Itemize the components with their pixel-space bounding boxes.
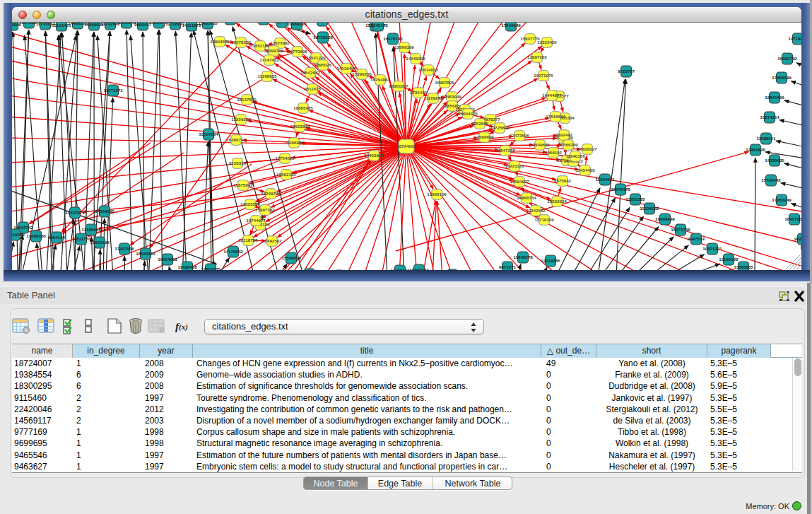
svg-text:18457056: 18457056 — [784, 216, 801, 221]
svg-text:18361627: 18361627 — [389, 83, 408, 88]
svg-text:11492592: 11492592 — [262, 238, 282, 243]
svg-text:12259292: 12259292 — [231, 117, 251, 122]
svg-text:15006906: 15006906 — [284, 140, 304, 145]
svg-text:16923656: 16923656 — [390, 268, 410, 270]
svg-text:(x): (x) — [179, 322, 188, 332]
svg-text:18073706: 18073706 — [671, 227, 690, 232]
svg-text:18680813: 18680813 — [136, 251, 155, 256]
svg-text:12866399: 12866399 — [394, 45, 414, 49]
svg-text:16316549: 16316549 — [12, 232, 25, 237]
svg-text:9447514: 9447514 — [688, 236, 705, 241]
svg-text:10566299: 10566299 — [558, 142, 578, 147]
svg-text:10597564: 10597564 — [199, 132, 218, 136]
svg-text:15454420: 15454420 — [575, 168, 595, 173]
svg-text:10214214: 10214214 — [760, 115, 779, 119]
svg-text:10980914: 10980914 — [287, 23, 307, 26]
svg-text:16444877: 16444877 — [542, 93, 562, 98]
svg-text:17818684: 17818684 — [546, 114, 565, 119]
svg-text:11652185: 11652185 — [250, 43, 270, 48]
svg-text:11716349: 11716349 — [534, 217, 554, 222]
svg-text:9895028: 9895028 — [314, 62, 332, 67]
svg-text:14847313: 14847313 — [495, 148, 515, 153]
svg-text:12099699: 12099699 — [474, 134, 494, 139]
svg-text:17307006: 17307006 — [114, 246, 134, 251]
svg-text:10885485: 10885485 — [293, 105, 313, 110]
svg-text:16764063: 16764063 — [370, 77, 390, 82]
svg-text:11204671: 11204671 — [595, 177, 615, 182]
svg-text:15773606: 15773606 — [288, 49, 307, 54]
svg-text:18744977: 18744977 — [246, 218, 266, 223]
svg-text:14176042: 14176042 — [223, 249, 243, 254]
svg-text:9223757: 9223757 — [618, 69, 635, 74]
svg-text:15933199: 15933199 — [90, 240, 110, 245]
svg-text:13633099: 13633099 — [290, 124, 310, 129]
svg-text:12578478: 12578478 — [611, 187, 630, 192]
svg-text:9128328: 9128328 — [229, 160, 247, 165]
svg-text:13345178: 13345178 — [368, 23, 388, 28]
svg-text:14623556: 14623556 — [240, 201, 260, 206]
svg-text:10054621: 10054621 — [158, 257, 177, 262]
svg-text:11588021: 11588021 — [756, 136, 776, 141]
svg-text:10725892: 10725892 — [490, 125, 510, 130]
svg-text:12418885: 12418885 — [541, 258, 560, 263]
svg-text:15549849: 15549849 — [281, 255, 301, 260]
svg-text:13952285: 13952285 — [625, 197, 645, 201]
svg-text:13697263: 13697263 — [527, 54, 547, 59]
svg-text:17147413: 17147413 — [259, 57, 279, 62]
svg-text:9671271: 9671271 — [499, 264, 517, 269]
svg-text:9959192: 9959192 — [545, 150, 563, 155]
svg-text:17466599: 17466599 — [772, 75, 792, 80]
svg-text:15709442: 15709442 — [761, 177, 781, 182]
svg-text:15997363: 15997363 — [255, 207, 275, 212]
svg-text:11940106: 11940106 — [565, 153, 585, 158]
svg-text:11109242: 11109242 — [424, 95, 443, 100]
svg-text:10118785: 10118785 — [238, 238, 258, 243]
svg-text:18904570: 18904570 — [210, 39, 230, 44]
svg-text:18968734: 18968734 — [517, 195, 536, 200]
svg-text:13473506: 13473506 — [510, 133, 529, 138]
svg-text:15390256: 15390256 — [352, 71, 372, 76]
svg-text:17849949: 17849949 — [501, 23, 521, 28]
svg-text:10502135: 10502135 — [276, 172, 296, 177]
svg-text:18297463: 18297463 — [409, 267, 429, 270]
svg-text:12802235: 12802235 — [201, 267, 220, 270]
svg-text:11875942: 11875942 — [233, 182, 253, 187]
svg-text:18724007: 18724007 — [396, 144, 416, 148]
svg-text:15614013: 15614013 — [418, 67, 438, 72]
svg-text:14463963: 14463963 — [364, 153, 384, 158]
svg-text:13185585: 13185585 — [81, 227, 101, 232]
svg-text:10949649: 10949649 — [530, 142, 550, 147]
svg-text:9830864: 9830864 — [794, 236, 801, 241]
svg-text:17690356: 17690356 — [26, 233, 46, 238]
svg-text:18202034: 18202034 — [547, 199, 567, 204]
svg-text:11268835: 11268835 — [257, 74, 277, 78]
svg-text:9352085: 9352085 — [471, 121, 489, 126]
svg-text:9192492: 9192492 — [555, 132, 573, 137]
svg-text:12323456: 12323456 — [537, 40, 557, 45]
svg-text:16221120: 16221120 — [505, 163, 524, 168]
svg-text:17083249: 17083249 — [772, 197, 792, 202]
svg-text:17594927: 17594927 — [510, 179, 529, 184]
svg-text:15071070: 15071070 — [534, 73, 553, 78]
svg-text:16476142: 16476142 — [383, 36, 403, 41]
svg-text:10342542: 10342542 — [526, 208, 546, 213]
svg-text:15326092: 15326092 — [640, 206, 659, 211]
svg-text:11811778: 11811778 — [72, 236, 91, 241]
svg-text:14240206: 14240206 — [406, 56, 425, 61]
svg-text:14399799: 14399799 — [264, 48, 283, 53]
svg-text:9735435: 9735435 — [410, 90, 428, 95]
svg-text:16380713: 16380713 — [226, 137, 246, 142]
svg-text:10278378: 10278378 — [231, 40, 251, 45]
svg-text:15485685: 15485685 — [198, 23, 218, 25]
svg-text:13568935: 13568935 — [734, 264, 753, 269]
svg-text:12195128: 12195128 — [719, 257, 739, 262]
svg-text:13090156: 13090156 — [427, 192, 447, 197]
svg-text:16604470: 16604470 — [458, 111, 478, 116]
svg-text:13728528: 13728528 — [313, 35, 333, 40]
svg-text:13249749: 13249749 — [261, 191, 281, 196]
svg-text:16828227: 16828227 — [577, 146, 597, 151]
svg-text:16699899: 16699899 — [655, 216, 675, 221]
svg-text:11971371: 11971371 — [103, 88, 123, 93]
svg-text:13025992: 13025992 — [270, 40, 290, 45]
svg-text:12961828: 12961828 — [746, 147, 765, 152]
